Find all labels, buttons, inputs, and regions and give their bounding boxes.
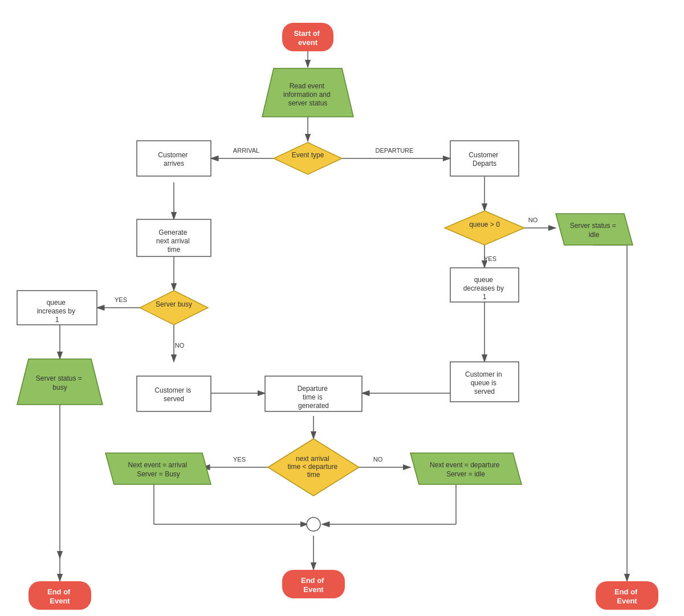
arrow-label-no3: NO: [373, 456, 383, 463]
read-event-label: Read event information and server status: [283, 82, 332, 107]
event-type-label: Event type: [292, 151, 324, 159]
arrow-label-no2: NO: [528, 217, 538, 223]
arrow-label-yes1: YES: [115, 296, 127, 303]
customer-departs-label: Customer Departs: [469, 151, 500, 168]
flowchart-container: ARRIVAL DEPARTURE YES NO NO YES YES NO: [0, 0, 684, 616]
arrow-label-yes2: YES: [484, 255, 496, 262]
arrow-label-no1: NO: [175, 342, 185, 349]
circle-connector: [307, 517, 320, 531]
end-event-3-label: End of Event: [614, 588, 640, 605]
end-event-1-label: End of Event: [47, 588, 72, 605]
arrow-label-arrival: ARRIVAL: [233, 147, 259, 154]
end-event-2-label: End of Event: [301, 576, 326, 594]
arrow-label-departure: DEPARTURE: [376, 147, 414, 154]
server-busy-label: Server busy: [156, 300, 192, 308]
arrow-label-yes3: YES: [233, 456, 246, 463]
queue-gt-0-label: queue > 0: [469, 221, 500, 229]
